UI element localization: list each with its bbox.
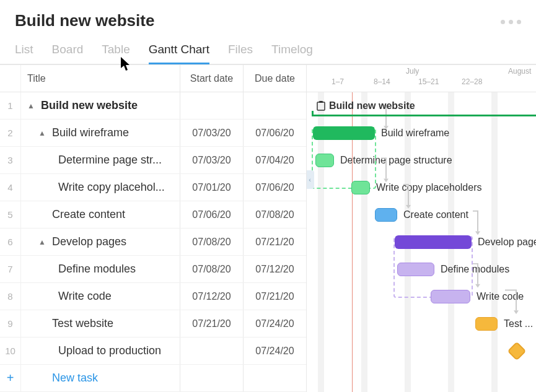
start-date[interactable]: 07/01/20 (180, 174, 243, 201)
start-date[interactable]: 07/03/20 (180, 120, 243, 146)
gantt-chart[interactable]: July August 1–7 8–14 15–21 22–28 ‹ (307, 65, 536, 392)
table-row[interactable]: 2 ▲ Build wireframe 07/03/20 07/06/20 (0, 120, 306, 147)
row-number: 2 (0, 120, 21, 146)
due-date[interactable]: 07/21/20 (243, 229, 306, 255)
gantt-bar[interactable] (375, 208, 397, 222)
page-title: Build new website (15, 11, 536, 30)
due-date[interactable]: 07/12/20 (243, 256, 306, 282)
table-row[interactable]: 8 Write code 07/12/20 07/21/20 (0, 283, 306, 310)
task-title: Upload to production (58, 344, 161, 357)
table-row[interactable]: 3 Determine page str... 07/03/20 07/04/2… (0, 147, 306, 174)
due-date[interactable] (243, 92, 306, 119)
column-header-title[interactable]: Title (21, 65, 180, 92)
start-date[interactable]: 07/08/20 (180, 229, 243, 255)
task-title: Test website (52, 317, 113, 330)
due-date[interactable]: 07/24/20 (243, 310, 306, 337)
row-number: 8 (0, 283, 21, 310)
view-tabs: List Board Table Gantt Chart Files Timel… (0, 30, 536, 64)
start-date[interactable]: 07/21/20 (180, 310, 243, 337)
tab-files[interactable]: Files (228, 43, 253, 64)
due-date[interactable]: 07/04/20 (243, 147, 306, 173)
task-title: Build wireframe (52, 126, 129, 139)
table-row[interactable]: 7 Define modules 07/08/20 07/12/20 (0, 256, 306, 283)
table-row[interactable]: 9 Test website 07/21/20 07/24/20 (0, 310, 306, 338)
due-date[interactable]: 07/21/20 (243, 283, 306, 310)
new-task-label: New task (52, 372, 98, 385)
chevron-up-icon[interactable]: ▲ (38, 238, 46, 246)
tab-timelog[interactable]: Timelog (271, 43, 313, 64)
start-date[interactable]: 07/12/20 (180, 283, 243, 310)
row-number: 4 (0, 174, 21, 201)
gantt-bar-label: Write copy placeholders (376, 182, 481, 193)
month-label: August (508, 67, 531, 76)
table-row[interactable]: 6 ▲ Develop pages 07/08/20 07/21/20 (0, 229, 306, 256)
start-date[interactable]: 07/08/20 (180, 256, 243, 282)
table-row[interactable]: 1 ▲ Build new website (0, 92, 306, 120)
gantt-bar-label: Write code (477, 291, 524, 302)
row-number: 10 (0, 338, 21, 364)
start-date[interactable] (180, 92, 243, 119)
due-date[interactable]: 07/06/20 (243, 174, 306, 201)
gantt-bar-label: Create content (403, 209, 468, 220)
row-number: 1 (0, 92, 21, 119)
gantt-bar[interactable] (395, 235, 472, 249)
row-number: 9 (0, 310, 21, 337)
gantt-bar-label: Test ... (504, 318, 533, 329)
svg-rect-6 (317, 102, 325, 110)
row-number: 5 (0, 201, 21, 228)
gantt-bar[interactable] (315, 154, 334, 167)
collapse-panel-button[interactable]: ‹ (307, 170, 314, 189)
start-date[interactable]: 07/03/20 (180, 147, 243, 173)
task-table: Title Start date Due date 1 ▲ Build new … (0, 65, 307, 392)
column-header-due[interactable]: Due date (243, 65, 306, 92)
task-title: Create content (52, 208, 125, 221)
tab-gantt-chart[interactable]: Gantt Chart (149, 43, 209, 64)
due-date[interactable]: 07/06/20 (243, 120, 306, 146)
gantt-project-header[interactable]: Build new website (312, 99, 536, 113)
gantt-bar[interactable] (313, 126, 375, 140)
new-task-row[interactable]: + New task (0, 365, 306, 392)
week-label: 8–14 (374, 77, 390, 86)
gantt-milestone[interactable] (507, 341, 526, 360)
due-date[interactable]: 07/08/20 (243, 201, 306, 228)
tab-board[interactable]: Board (52, 43, 84, 64)
table-row[interactable]: 5 Create content 07/06/20 07/08/20 (0, 201, 306, 229)
start-date[interactable]: 07/06/20 (180, 201, 243, 228)
task-title: Determine page str... (58, 154, 162, 167)
row-number: 3 (0, 147, 21, 173)
week-label: 1–7 (332, 77, 344, 86)
clipboard-icon (317, 101, 325, 111)
gantt-bar-label: Develop pages (478, 237, 536, 248)
task-title: Build new website (41, 99, 138, 112)
gantt-bar-label: Build wireframe (381, 128, 449, 139)
gantt-bar[interactable] (351, 181, 370, 194)
table-row[interactable]: 4 Write copy placehol... 07/01/20 07/06/… (0, 174, 306, 201)
row-number: 6 (0, 229, 21, 255)
chevron-up-icon[interactable]: ▲ (38, 129, 46, 137)
chevron-up-icon[interactable]: ▲ (27, 102, 35, 110)
row-number: 7 (0, 256, 21, 282)
week-label: 15–21 (418, 77, 439, 86)
gantt-bar[interactable] (397, 263, 434, 276)
task-title: Write code (58, 290, 112, 303)
due-date[interactable]: 07/24/20 (243, 338, 306, 364)
week-label: 22–28 (462, 77, 482, 86)
tab-list[interactable]: List (15, 43, 33, 64)
task-title: Write copy placehol... (58, 181, 165, 194)
svg-rect-7 (319, 101, 323, 103)
task-title: Define modules (58, 263, 136, 276)
column-header-start[interactable]: Start date (180, 65, 243, 92)
plus-icon[interactable]: + (0, 365, 21, 391)
gantt-bar[interactable] (431, 290, 470, 303)
timeline-header: July August 1–7 8–14 15–21 22–28 (307, 65, 536, 92)
more-options-button[interactable] (501, 20, 521, 24)
gantt-bar[interactable] (475, 317, 498, 331)
cursor-pointer-icon (121, 57, 131, 72)
month-label: July (406, 67, 419, 76)
task-title: Develop pages (52, 235, 126, 248)
table-row[interactable]: 10 Upload to production 07/24/20 (0, 338, 306, 365)
start-date[interactable] (180, 338, 243, 364)
